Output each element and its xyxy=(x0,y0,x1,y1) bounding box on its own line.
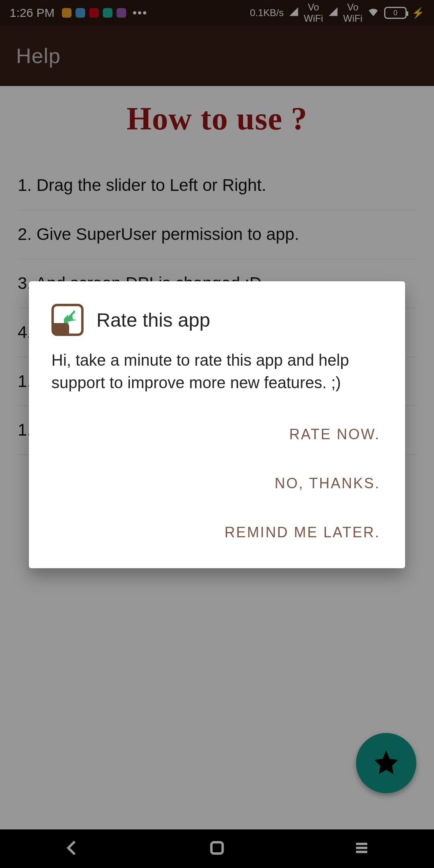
app-icon xyxy=(51,304,84,336)
rate-dialog: Rate this app Hi, take a minute to rate … xyxy=(29,281,405,568)
rate-now-button[interactable]: RATE NOW. xyxy=(287,410,383,459)
no-thanks-button[interactable]: NO, THANKS. xyxy=(272,459,383,508)
dialog-actions: RATE NOW. NO, THANKS. REMIND ME LATER. xyxy=(51,410,383,557)
dialog-title: Rate this app xyxy=(96,309,210,331)
dialog-body: Hi, take a minute to rate this app and h… xyxy=(51,349,383,394)
remind-later-button[interactable]: REMIND ME LATER. xyxy=(222,508,383,557)
dialog-header: Rate this app xyxy=(51,304,383,336)
